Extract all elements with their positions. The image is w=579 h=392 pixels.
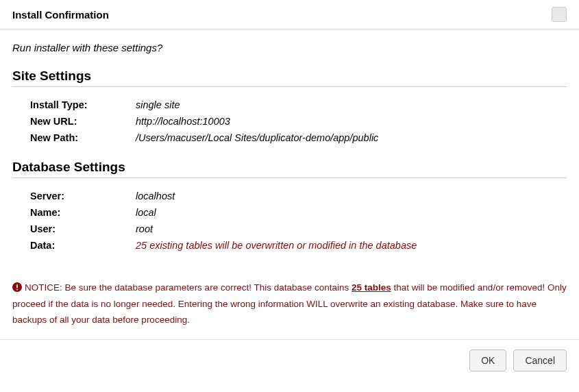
new-path-value: /Users/macuser/Local Sites/duplicator-de… <box>136 132 378 143</box>
table-row: New Path: /Users/macuser/Local Sites/dup… <box>30 130 567 146</box>
dialog-title: Install Confirmation <box>12 9 109 21</box>
svg-rect-2 <box>16 289 18 291</box>
new-path-label: New Path: <box>30 132 136 143</box>
notice-prefix: NOTICE: Be sure the database parameters … <box>25 282 352 293</box>
table-row: User: root <box>30 221 567 237</box>
close-icon[interactable] <box>552 7 567 22</box>
svg-rect-1 <box>16 284 18 288</box>
table-row: Data: 25 existing tables will be overwri… <box>30 237 567 254</box>
user-value: root <box>136 223 153 234</box>
server-label: Server: <box>30 191 136 201</box>
tables-link[interactable]: 25 tables <box>352 282 391 293</box>
data-label: Data: <box>30 240 136 251</box>
dialog-header: Install Confirmation <box>0 0 579 29</box>
install-type-value: single site <box>136 99 180 110</box>
dialog-content: Run installer with these settings? Site … <box>0 29 579 339</box>
table-row: Server: localhost <box>30 188 567 204</box>
site-settings-heading: Site Settings <box>12 69 567 87</box>
db-settings-heading: Database Settings <box>12 160 567 178</box>
notice-text: NOTICE: Be sure the database parameters … <box>12 267 567 339</box>
name-value: local <box>136 207 156 218</box>
table-row: Name: local <box>30 204 567 221</box>
ok-button[interactable]: OK <box>469 350 506 371</box>
install-type-label: Install Type: <box>30 99 136 110</box>
name-label: Name: <box>30 207 136 218</box>
warning-icon <box>12 281 22 291</box>
new-url-value: http://localhost:10003 <box>136 116 230 127</box>
table-row: Install Type: single site <box>30 97 567 113</box>
site-settings-table: Install Type: single site New URL: http:… <box>12 93 567 160</box>
dialog-footer: OK Cancel <box>0 339 579 381</box>
db-settings-table: Server: localhost Name: local User: root… <box>12 184 567 267</box>
cancel-button[interactable]: Cancel <box>513 350 567 371</box>
data-value: 25 existing tables will be overwritten o… <box>136 240 417 251</box>
table-row: New URL: http://localhost:10003 <box>30 113 567 130</box>
prompt-text: Run installer with these settings? <box>12 42 567 53</box>
new-url-label: New URL: <box>30 116 136 127</box>
user-label: User: <box>30 223 136 234</box>
server-value: localhost <box>136 191 175 201</box>
